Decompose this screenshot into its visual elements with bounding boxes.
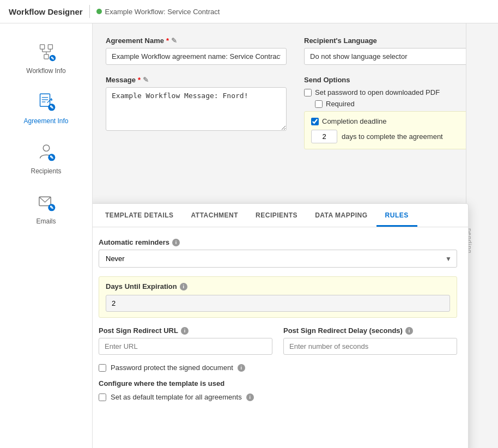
top-header: Workflow Designer Example Workflow: Serv… [0, 0, 498, 23]
language-label: Recipient's Language [304, 37, 485, 45]
workflow-badge: Example Workflow: Service Contract [96, 8, 220, 16]
post-sign-delay-label: Post Sign Redirect Delay (seconds) i [283, 326, 457, 335]
svg-rect-1 [48, 45, 52, 49]
completion-deadline-label: Completion deadline [322, 117, 387, 125]
edit-message-icon[interactable]: ✎ [143, 76, 149, 84]
set-password-checkbox[interactable] [304, 89, 312, 96]
automatic-reminders-dropdown: Never ▼ [99, 250, 457, 268]
agreement-name-col: Agreement Name * ✎ [106, 37, 287, 65]
main-layout: ✎ Workflow Info ✎ [0, 23, 498, 448]
automatic-reminders-select[interactable]: Never [99, 250, 457, 268]
password-protect-label: Password protect the signed document [111, 364, 233, 372]
message-col: Message * ✎ Example Workflow Message: Fn… [106, 76, 287, 149]
automatic-reminders-info-icon: i [172, 239, 180, 246]
svg-rect-0 [40, 45, 44, 49]
sidebar-item-workflow-info[interactable]: ✎ Workflow Info [0, 32, 92, 82]
required-label: Required [326, 100, 355, 108]
password-protect-checkbox[interactable] [99, 364, 106, 372]
svg-rect-2 [44, 55, 48, 59]
deadline-suffix: days to complete the agreement [342, 132, 443, 141]
default-template-info-icon: i [246, 393, 254, 401]
svg-text:✎: ✎ [50, 56, 54, 61]
default-template-row: Set as default template for all agreemen… [99, 393, 457, 401]
svg-point-18 [43, 145, 49, 151]
workflow-info-icon-area: ✎ [34, 40, 58, 64]
sidebar-item-emails[interactable]: ✎ Emails [0, 183, 92, 233]
post-sign-url-info-icon: i [181, 327, 189, 335]
automatic-reminders-label: Automatic reminders i [99, 238, 457, 246]
password-protect-info-icon: i [238, 364, 245, 372]
days-until-expiration-label: Days Until Expiration i [106, 282, 450, 290]
agreement-info-label: Agreement Info [23, 117, 68, 125]
modal-tabs: TEMPLATE DETAILS ATTACHMENT RECIPIENTS D… [93, 204, 468, 227]
svg-rect-10 [40, 94, 50, 106]
content-area: Agreement Name * ✎ Recipient's Language … [93, 23, 498, 448]
set-password-row: Set password to open downloaded PDF [304, 88, 485, 96]
recipients-icon-area: ✎ [34, 140, 58, 164]
language-col: Recipient's Language Do not show languag… [304, 37, 485, 65]
agreement-name-input[interactable] [106, 48, 287, 65]
completion-deadline-row: Completion deadline [311, 117, 478, 125]
completion-deadline-checkbox[interactable] [311, 118, 319, 125]
post-sign-delay-input[interactable] [283, 338, 457, 355]
edit-agreement-name-icon[interactable]: ✎ [171, 37, 177, 45]
emails-icon: ✎ [37, 192, 56, 212]
post-sign-url-input[interactable] [99, 338, 272, 355]
sidebar: ✎ Workflow Info ✎ [0, 23, 93, 448]
tab-rules[interactable]: RULES [376, 204, 417, 227]
agreement-info-icon-area: ✎ [34, 90, 58, 114]
sidebar-item-recipients[interactable]: ✎ Recipients [0, 132, 92, 183]
message-textarea[interactable]: Example Workflow Message: Fnord! [106, 87, 287, 131]
completion-deadline-box: Completion deadline days to complete the… [304, 111, 485, 149]
configure-template-header: Configure where the template is used [99, 379, 457, 388]
post-sign-url-col: Post Sign Redirect URL i [99, 326, 272, 355]
emails-icon-area: ✎ [34, 190, 58, 214]
required-checkbox[interactable] [315, 100, 323, 108]
tab-attachment[interactable]: ATTACHMENT [183, 204, 247, 227]
post-sign-row: Post Sign Redirect URL i Post Sign Redir… [99, 326, 457, 355]
post-sign-delay-info-icon: i [405, 327, 413, 335]
post-sign-delay-col: Post Sign Redirect Delay (seconds) i [283, 326, 457, 355]
workflow-name: Example Workflow: Service Contract [105, 8, 220, 16]
deadline-days-input[interactable] [311, 130, 337, 143]
language-select-wrapper: Do not show language selector ▼ [304, 48, 485, 65]
emails-label: Emails [36, 217, 56, 225]
modal: TEMPLATE DETAILS ATTACHMENT RECIPIENTS D… [93, 203, 469, 448]
app-title: Workflow Designer [9, 7, 83, 16]
workflow-info-label: Workflow Info [26, 67, 65, 75]
message-required-star: * [138, 76, 141, 84]
language-select[interactable]: Do not show language selector [304, 48, 485, 65]
send-options-label: Send Options [304, 76, 485, 84]
message-label: Message * ✎ [106, 76, 287, 84]
tab-template-details[interactable]: TEMPLATE DETAILS [96, 204, 183, 227]
password-protect-row: Password protect the signed document i [99, 364, 457, 372]
workflow-info-icon: ✎ [37, 42, 56, 62]
svg-text:✎: ✎ [49, 205, 53, 210]
required-row: Required [315, 100, 485, 108]
header-divider [89, 5, 90, 18]
post-sign-url-label: Post Sign Redirect URL i [99, 326, 272, 335]
days-until-expiration-info-icon: i [180, 283, 187, 290]
svg-text:✎: ✎ [49, 105, 53, 110]
set-password-label: Set password to open downloaded PDF [315, 88, 440, 96]
required-star: * [166, 37, 169, 45]
svg-text:✎: ✎ [49, 155, 53, 160]
days-until-expiration-field: Days Until Expiration i [99, 276, 457, 318]
message-row: Message * ✎ Example Workflow Message: Fn… [106, 76, 485, 149]
default-template-label: Set as default template for all agreemen… [111, 393, 242, 401]
agreement-name-row: Agreement Name * ✎ Recipient's Language … [106, 37, 485, 65]
agreement-name-label: Agreement Name * ✎ [106, 37, 287, 45]
days-until-expiration-input[interactable] [106, 295, 450, 312]
tab-recipients[interactable]: RECIPIENTS [247, 204, 306, 227]
tab-data-mapping[interactable]: DATA MAPPING [306, 204, 376, 227]
recipients-label: Recipients [31, 167, 61, 175]
send-options-col: Send Options Set password to open downlo… [304, 76, 485, 149]
modal-overlay: TEMPLATE DETAILS ATTACHMENT RECIPIENTS D… [93, 203, 498, 448]
sidebar-item-agreement-info[interactable]: ✎ Agreement Info [0, 82, 92, 132]
agreement-info-icon: ✎ [37, 92, 56, 112]
modal-body: Automatic reminders i Never ▼ Days Until… [93, 227, 468, 420]
recipients-icon: ✎ [37, 142, 56, 162]
status-dot [96, 9, 102, 14]
deadline-row: days to complete the agreement [311, 130, 478, 143]
default-template-checkbox[interactable] [99, 393, 106, 401]
